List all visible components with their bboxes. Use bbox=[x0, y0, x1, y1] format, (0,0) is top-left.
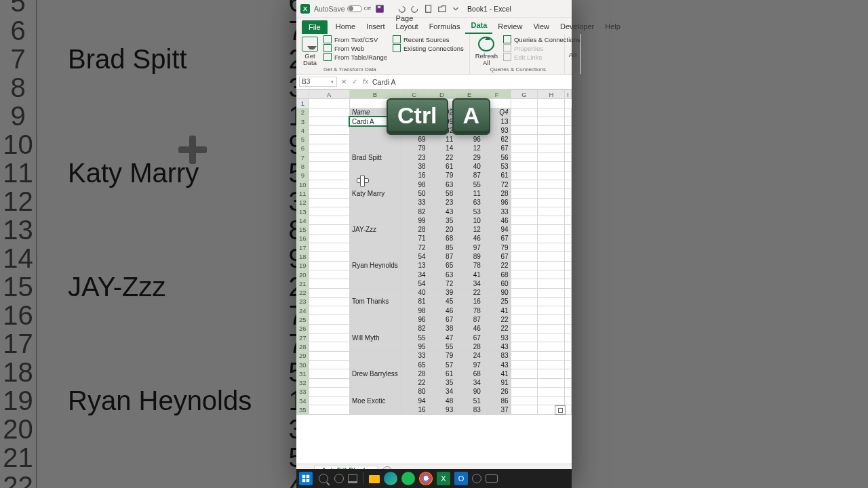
value-cell[interactable]: 83 bbox=[456, 405, 484, 414]
value-cell[interactable]: 65 bbox=[400, 360, 428, 369]
row-header[interactable]: 29 bbox=[297, 351, 309, 360]
value-cell[interactable]: 28 bbox=[400, 225, 428, 234]
value-cell[interactable]: 68 bbox=[428, 234, 456, 243]
spreadsheet-grid[interactable]: ABCDEFGHI12NameQ1Q2Q3Q43Cardi A899951134… bbox=[296, 89, 572, 415]
get-data-button[interactable]: Get Data bbox=[300, 35, 319, 66]
clock-icon[interactable] bbox=[472, 474, 481, 483]
value-cell[interactable]: 26 bbox=[483, 387, 511, 396]
cell[interactable] bbox=[565, 306, 572, 315]
row-header[interactable]: 21 bbox=[297, 279, 309, 288]
search-icon[interactable] bbox=[319, 474, 328, 483]
name-cell[interactable] bbox=[349, 207, 400, 216]
value-cell[interactable]: 91 bbox=[483, 378, 511, 387]
cell[interactable] bbox=[309, 315, 349, 324]
cell[interactable] bbox=[511, 207, 538, 216]
value-cell[interactable]: 46 bbox=[456, 324, 484, 333]
value-cell[interactable]: 12 bbox=[456, 144, 484, 152]
col-header-D[interactable]: D bbox=[428, 90, 456, 99]
cell[interactable] bbox=[511, 225, 538, 234]
row-header[interactable]: 12 bbox=[297, 198, 309, 207]
value-cell[interactable]: 93 bbox=[483, 333, 511, 342]
value-cell[interactable]: 24 bbox=[456, 351, 484, 360]
row-header[interactable]: 14 bbox=[297, 216, 309, 225]
row-header[interactable]: 30 bbox=[297, 360, 309, 369]
col-header-H[interactable]: H bbox=[538, 90, 565, 99]
ribbon-tab-home[interactable]: Home bbox=[330, 20, 361, 34]
value-cell[interactable]: 99 bbox=[400, 216, 428, 225]
row-header[interactable]: 15 bbox=[297, 225, 309, 234]
cell[interactable] bbox=[565, 135, 572, 144]
cell[interactable] bbox=[309, 180, 349, 188]
cell[interactable] bbox=[538, 180, 565, 188]
value-cell[interactable]: 11 bbox=[456, 189, 484, 198]
value-cell[interactable]: 46 bbox=[456, 234, 484, 243]
value-cell[interactable]: 67 bbox=[483, 234, 511, 243]
cell[interactable] bbox=[511, 315, 538, 324]
excel-taskbar-icon[interactable]: X bbox=[437, 472, 450, 485]
value-cell[interactable]: 83 bbox=[483, 351, 511, 360]
refresh-all-button[interactable]: Refresh All bbox=[474, 35, 499, 66]
cell[interactable] bbox=[511, 144, 538, 152]
value-cell[interactable]: 28 bbox=[483, 189, 511, 198]
name-cell[interactable] bbox=[349, 378, 400, 387]
name-cell[interactable] bbox=[349, 198, 400, 207]
value-cell[interactable]: 56 bbox=[483, 153, 511, 162]
value-cell[interactable]: 67 bbox=[483, 252, 511, 261]
value-cell[interactable]: 33 bbox=[400, 198, 428, 207]
value-cell[interactable]: 87 bbox=[456, 315, 484, 324]
cell[interactable] bbox=[565, 261, 572, 270]
value-cell[interactable]: 68 bbox=[456, 369, 484, 378]
cell[interactable] bbox=[538, 369, 565, 378]
row-header[interactable]: 8 bbox=[297, 162, 309, 171]
value-cell[interactable]: 43 bbox=[428, 207, 456, 216]
cell[interactable] bbox=[565, 243, 572, 252]
value-cell[interactable]: 55 bbox=[400, 333, 428, 342]
name-cell[interactable]: Ryan Heynolds bbox=[349, 261, 400, 270]
value-cell[interactable]: 79 bbox=[428, 171, 456, 180]
col-header-C[interactable]: C bbox=[400, 90, 428, 99]
name-cell[interactable] bbox=[349, 162, 400, 171]
cell[interactable] bbox=[511, 189, 538, 198]
name-cell[interactable] bbox=[349, 405, 400, 414]
value-cell[interactable]: 69 bbox=[400, 135, 428, 144]
cell[interactable] bbox=[538, 387, 565, 396]
value-cell[interactable]: 87 bbox=[428, 252, 456, 261]
name-cell[interactable]: Katy Marry bbox=[349, 189, 400, 198]
chrome-icon[interactable] bbox=[419, 472, 433, 485]
cell[interactable] bbox=[309, 162, 349, 171]
row-header[interactable]: 27 bbox=[297, 333, 309, 342]
value-cell[interactable]: 38 bbox=[400, 162, 428, 171]
name-cell[interactable]: Tom Thanks bbox=[349, 297, 400, 306]
value-cell[interactable]: 97 bbox=[456, 360, 484, 369]
value-cell[interactable]: 82 bbox=[400, 207, 428, 216]
cell[interactable] bbox=[511, 333, 538, 342]
cell[interactable] bbox=[538, 144, 565, 152]
cell[interactable] bbox=[565, 216, 572, 225]
cell[interactable] bbox=[309, 369, 349, 378]
cell[interactable] bbox=[511, 252, 538, 261]
value-cell[interactable]: 23 bbox=[428, 198, 456, 207]
cell[interactable] bbox=[538, 342, 565, 351]
row-header[interactable]: 10 bbox=[297, 180, 309, 188]
cell[interactable] bbox=[511, 108, 538, 117]
value-cell[interactable]: 61 bbox=[428, 369, 456, 378]
name-cell[interactable] bbox=[349, 288, 400, 297]
cell[interactable] bbox=[538, 216, 565, 225]
row-header[interactable]: 32 bbox=[297, 378, 309, 387]
cell[interactable] bbox=[511, 288, 538, 297]
row-header[interactable]: 20 bbox=[297, 270, 309, 279]
value-cell[interactable]: 58 bbox=[428, 189, 456, 198]
value-cell[interactable]: 22 bbox=[428, 153, 456, 162]
cell[interactable] bbox=[565, 405, 572, 414]
value-cell[interactable]: 97 bbox=[456, 243, 484, 252]
ribbon-tab-help[interactable]: Help bbox=[599, 20, 626, 34]
cell[interactable] bbox=[538, 135, 565, 144]
from-table-range-button[interactable]: From Table/Range bbox=[322, 53, 389, 61]
cell[interactable] bbox=[565, 387, 572, 396]
value-cell[interactable]: 45 bbox=[428, 297, 456, 306]
cell[interactable] bbox=[511, 162, 538, 171]
start-button[interactable] bbox=[299, 472, 313, 485]
cell[interactable] bbox=[511, 360, 538, 369]
row-header[interactable]: 11 bbox=[297, 189, 309, 198]
cell[interactable] bbox=[565, 279, 572, 288]
